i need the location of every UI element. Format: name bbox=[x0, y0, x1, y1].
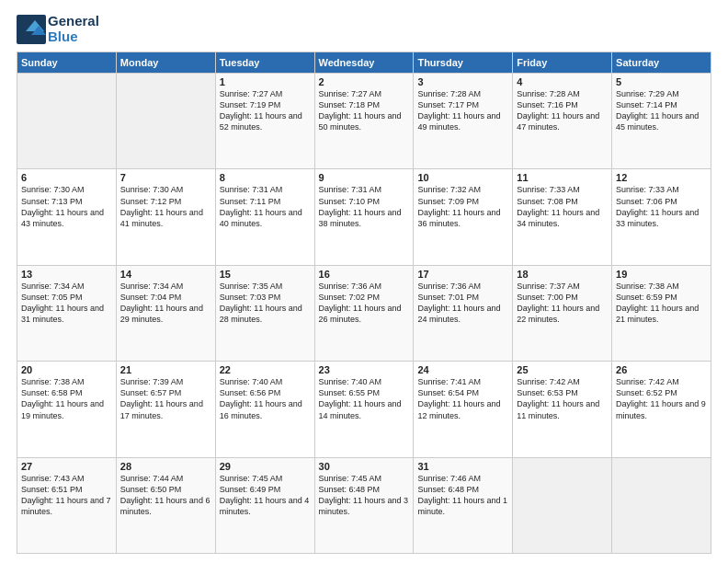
day-number: 17 bbox=[417, 269, 508, 280]
header: General Blue bbox=[17, 14, 711, 44]
day-info: Sunrise: 7:29 AMSunset: 7:14 PMDaylight:… bbox=[616, 88, 707, 133]
calendar-table: SundayMondayTuesdayWednesdayThursdayFrid… bbox=[17, 52, 711, 554]
day-info: Sunrise: 7:31 AMSunset: 7:11 PMDaylight:… bbox=[220, 184, 311, 229]
calendar-week-3: 13Sunrise: 7:34 AMSunset: 7:05 PMDayligh… bbox=[17, 265, 711, 361]
page: General Blue SundayMondayTuesdayWednesda… bbox=[0, 0, 728, 563]
day-number: 20 bbox=[21, 364, 112, 375]
day-number: 18 bbox=[517, 269, 608, 280]
col-header-saturday: Saturday bbox=[612, 52, 711, 74]
day-number: 29 bbox=[220, 461, 311, 472]
day-info: Sunrise: 7:39 AMSunset: 6:57 PMDaylight:… bbox=[120, 376, 211, 421]
day-number: 16 bbox=[319, 269, 410, 280]
day-number: 14 bbox=[120, 269, 211, 280]
calendar-cell: 29Sunrise: 7:45 AMSunset: 6:49 PMDayligh… bbox=[215, 457, 314, 553]
day-number: 2 bbox=[319, 76, 410, 87]
calendar-cell: 6Sunrise: 7:30 AMSunset: 7:13 PMDaylight… bbox=[17, 169, 117, 265]
day-number: 10 bbox=[417, 172, 508, 183]
calendar-cell bbox=[513, 457, 612, 553]
calendar-cell: 17Sunrise: 7:36 AMSunset: 7:01 PMDayligh… bbox=[414, 265, 513, 361]
day-number: 1 bbox=[220, 76, 311, 87]
calendar-cell: 7Sunrise: 7:30 AMSunset: 7:12 PMDaylight… bbox=[116, 169, 215, 265]
day-number: 24 bbox=[417, 364, 508, 375]
calendar-cell bbox=[17, 74, 117, 169]
calendar-cell: 12Sunrise: 7:33 AMSunset: 7:06 PMDayligh… bbox=[612, 169, 711, 265]
day-info: Sunrise: 7:45 AMSunset: 6:48 PMDaylight:… bbox=[319, 473, 410, 518]
day-number: 27 bbox=[21, 461, 112, 472]
day-number: 13 bbox=[21, 269, 112, 280]
day-number: 8 bbox=[220, 172, 311, 183]
logo-general: General bbox=[48, 14, 99, 29]
day-info: Sunrise: 7:38 AMSunset: 6:59 PMDaylight:… bbox=[616, 281, 707, 326]
calendar-cell: 5Sunrise: 7:29 AMSunset: 7:14 PMDaylight… bbox=[612, 74, 711, 169]
calendar-cell bbox=[116, 74, 215, 169]
calendar-cell: 18Sunrise: 7:37 AMSunset: 7:00 PMDayligh… bbox=[513, 265, 612, 361]
col-header-monday: Monday bbox=[116, 52, 215, 74]
logo-icon bbox=[17, 15, 46, 44]
calendar-cell: 23Sunrise: 7:40 AMSunset: 6:55 PMDayligh… bbox=[314, 362, 414, 457]
day-number: 28 bbox=[120, 461, 211, 472]
day-number: 11 bbox=[517, 172, 608, 183]
day-number: 12 bbox=[616, 172, 707, 183]
day-info: Sunrise: 7:37 AMSunset: 7:00 PMDaylight:… bbox=[517, 281, 608, 326]
day-number: 15 bbox=[220, 269, 311, 280]
calendar-cell: 25Sunrise: 7:42 AMSunset: 6:53 PMDayligh… bbox=[513, 362, 612, 457]
calendar-week-1: 1Sunrise: 7:27 AMSunset: 7:19 PMDaylight… bbox=[17, 74, 711, 169]
day-number: 5 bbox=[616, 76, 707, 87]
day-info: Sunrise: 7:27 AMSunset: 7:19 PMDaylight:… bbox=[220, 88, 311, 133]
calendar-cell: 30Sunrise: 7:45 AMSunset: 6:48 PMDayligh… bbox=[314, 457, 414, 553]
day-info: Sunrise: 7:34 AMSunset: 7:04 PMDaylight:… bbox=[120, 281, 211, 326]
day-info: Sunrise: 7:33 AMSunset: 7:06 PMDaylight:… bbox=[616, 184, 707, 229]
day-number: 25 bbox=[517, 364, 608, 375]
day-info: Sunrise: 7:44 AMSunset: 6:50 PMDaylight:… bbox=[120, 473, 211, 518]
day-info: Sunrise: 7:35 AMSunset: 7:03 PMDaylight:… bbox=[220, 281, 311, 326]
calendar-cell: 1Sunrise: 7:27 AMSunset: 7:19 PMDaylight… bbox=[215, 74, 314, 169]
calendar-cell: 15Sunrise: 7:35 AMSunset: 7:03 PMDayligh… bbox=[215, 265, 314, 361]
calendar-cell: 20Sunrise: 7:38 AMSunset: 6:58 PMDayligh… bbox=[17, 362, 117, 457]
calendar-cell: 11Sunrise: 7:33 AMSunset: 7:08 PMDayligh… bbox=[513, 169, 612, 265]
calendar-header-row: SundayMondayTuesdayWednesdayThursdayFrid… bbox=[17, 52, 711, 74]
calendar-cell: 27Sunrise: 7:43 AMSunset: 6:51 PMDayligh… bbox=[17, 457, 117, 553]
day-info: Sunrise: 7:30 AMSunset: 7:12 PMDaylight:… bbox=[120, 184, 211, 229]
logo-blue: Blue bbox=[48, 29, 99, 45]
calendar-cell: 2Sunrise: 7:27 AMSunset: 7:18 PMDaylight… bbox=[314, 74, 414, 169]
calendar-cell: 22Sunrise: 7:40 AMSunset: 6:56 PMDayligh… bbox=[215, 362, 314, 457]
day-info: Sunrise: 7:28 AMSunset: 7:17 PMDaylight:… bbox=[417, 88, 508, 133]
day-number: 30 bbox=[319, 461, 410, 472]
calendar-cell: 26Sunrise: 7:42 AMSunset: 6:52 PMDayligh… bbox=[612, 362, 711, 457]
day-number: 31 bbox=[417, 461, 508, 472]
day-info: Sunrise: 7:32 AMSunset: 7:09 PMDaylight:… bbox=[417, 184, 508, 229]
day-number: 3 bbox=[417, 76, 508, 87]
col-header-friday: Friday bbox=[513, 52, 612, 74]
calendar-week-4: 20Sunrise: 7:38 AMSunset: 6:58 PMDayligh… bbox=[17, 362, 711, 457]
calendar-week-5: 27Sunrise: 7:43 AMSunset: 6:51 PMDayligh… bbox=[17, 457, 711, 553]
calendar-cell: 19Sunrise: 7:38 AMSunset: 6:59 PMDayligh… bbox=[612, 265, 711, 361]
day-info: Sunrise: 7:36 AMSunset: 7:01 PMDaylight:… bbox=[417, 281, 508, 326]
calendar-cell: 28Sunrise: 7:44 AMSunset: 6:50 PMDayligh… bbox=[116, 457, 215, 553]
day-info: Sunrise: 7:31 AMSunset: 7:10 PMDaylight:… bbox=[319, 184, 410, 229]
calendar-cell: 31Sunrise: 7:46 AMSunset: 6:48 PMDayligh… bbox=[414, 457, 513, 553]
day-info: Sunrise: 7:34 AMSunset: 7:05 PMDaylight:… bbox=[21, 281, 112, 326]
day-info: Sunrise: 7:40 AMSunset: 6:55 PMDaylight:… bbox=[319, 376, 410, 421]
day-number: 23 bbox=[319, 364, 410, 375]
day-number: 22 bbox=[220, 364, 311, 375]
day-info: Sunrise: 7:46 AMSunset: 6:48 PMDaylight:… bbox=[417, 473, 508, 518]
day-info: Sunrise: 7:36 AMSunset: 7:02 PMDaylight:… bbox=[319, 281, 410, 326]
day-info: Sunrise: 7:38 AMSunset: 6:58 PMDaylight:… bbox=[21, 376, 112, 421]
calendar-cell: 21Sunrise: 7:39 AMSunset: 6:57 PMDayligh… bbox=[116, 362, 215, 457]
col-header-wednesday: Wednesday bbox=[314, 52, 414, 74]
day-number: 4 bbox=[517, 76, 608, 87]
day-info: Sunrise: 7:33 AMSunset: 7:08 PMDaylight:… bbox=[517, 184, 608, 229]
day-number: 6 bbox=[21, 172, 112, 183]
calendar-cell: 10Sunrise: 7:32 AMSunset: 7:09 PMDayligh… bbox=[414, 169, 513, 265]
day-info: Sunrise: 7:40 AMSunset: 6:56 PMDaylight:… bbox=[220, 376, 311, 421]
calendar-cell bbox=[612, 457, 711, 553]
day-info: Sunrise: 7:42 AMSunset: 6:52 PMDaylight:… bbox=[616, 376, 707, 421]
day-number: 26 bbox=[616, 364, 707, 375]
day-info: Sunrise: 7:43 AMSunset: 6:51 PMDaylight:… bbox=[21, 473, 112, 518]
calendar-week-2: 6Sunrise: 7:30 AMSunset: 7:13 PMDaylight… bbox=[17, 169, 711, 265]
calendar-cell: 3Sunrise: 7:28 AMSunset: 7:17 PMDaylight… bbox=[414, 74, 513, 169]
day-number: 7 bbox=[120, 172, 211, 183]
calendar-cell: 24Sunrise: 7:41 AMSunset: 6:54 PMDayligh… bbox=[414, 362, 513, 457]
logo: General Blue bbox=[17, 14, 99, 44]
calendar-cell: 9Sunrise: 7:31 AMSunset: 7:10 PMDaylight… bbox=[314, 169, 414, 265]
